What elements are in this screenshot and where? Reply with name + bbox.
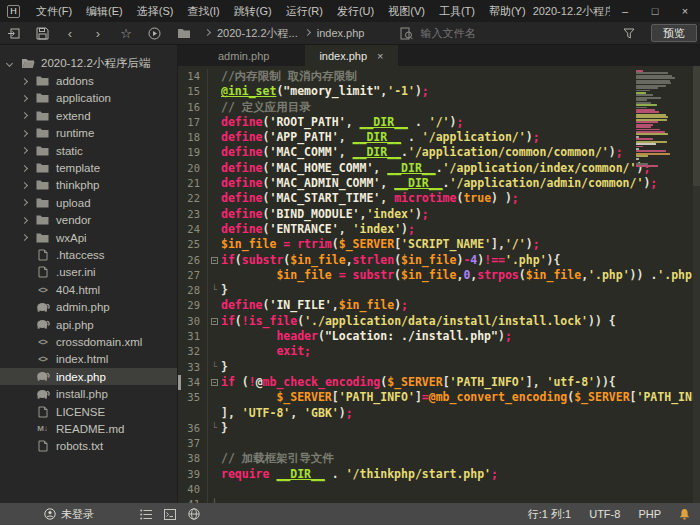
code-line[interactable]: ], 'UTF-8', 'GBK');	[178, 406, 700, 421]
tree-item-admin.php[interactable]: admin.php	[0, 298, 177, 315]
code-line[interactable]: 19define('MAC_COMM', __DIR__.'/applicati…	[178, 145, 700, 160]
tab-close-icon[interactable]: ×	[377, 50, 383, 62]
tree-item-addons[interactable]: addons	[0, 72, 177, 89]
tree-item-.user.ini[interactable]: .user.ini	[0, 264, 177, 281]
favorite-star-icon[interactable]: ☆	[112, 26, 140, 41]
filename-search-input[interactable]	[420, 27, 580, 39]
code-line[interactable]: 35 $_SERVER['PATH_INFO']=@mb_convert_enc…	[178, 390, 700, 405]
login-status[interactable]: 未登录	[44, 507, 94, 522]
code-line[interactable]: 20define('MAC_HOME_COMM', __DIR__.'/appl…	[178, 161, 700, 176]
scrollbar-thumb[interactable]	[693, 66, 700, 186]
fold-collapse-icon[interactable]	[208, 314, 221, 329]
code-line[interactable]: 41└	[178, 497, 700, 503]
tree-item-template[interactable]: template	[0, 159, 177, 176]
code-line[interactable]: 23define('BIND_MODULE','index');	[178, 207, 700, 222]
new-file-icon[interactable]	[0, 27, 28, 40]
code-line[interactable]: 22define('MAC_START_TIME', microtime(tru…	[178, 191, 700, 206]
tab-index-php[interactable]: index.php×	[305, 45, 397, 66]
chevron-right-icon[interactable]	[21, 199, 28, 206]
code-line[interactable]: 30if(!is_file('./application/data/instal…	[178, 314, 700, 329]
chevron-right-icon[interactable]	[21, 217, 28, 224]
menu-item[interactable]: 视图(V)	[381, 4, 432, 19]
tree-item-install.php[interactable]: install.php	[0, 385, 177, 402]
chevron-right-icon[interactable]	[21, 234, 28, 241]
filter-funnel-icon[interactable]	[615, 28, 643, 39]
fold-collapse-icon[interactable]	[208, 375, 221, 390]
menu-item[interactable]: 运行(R)	[279, 4, 330, 19]
back-icon[interactable]: ‹	[56, 26, 84, 41]
menu-item[interactable]: 查找(I)	[180, 4, 226, 19]
tree-item-extend[interactable]: extend	[0, 107, 177, 124]
breadcrumb-folder-icon[interactable]	[170, 28, 198, 39]
tree-item-upload[interactable]: upload	[0, 194, 177, 211]
chevron-down-icon[interactable]	[6, 60, 13, 67]
tree-item-static[interactable]: static	[0, 142, 177, 159]
code-line[interactable]: 27 $in_file = substr($in_file,0,strpos($…	[178, 268, 700, 283]
code-line[interactable]: 21define('MAC_ADMIN_COMM', __DIR__.'/app…	[178, 176, 700, 191]
tree-item-application[interactable]: application	[0, 90, 177, 107]
code-line[interactable]: 39require __DIR__ . '/thinkphp/start.php…	[178, 467, 700, 482]
menu-item[interactable]: 帮助(Y)	[482, 4, 533, 19]
tree-item-license[interactable]: LICENSE	[0, 403, 177, 420]
tree-item-index.html[interactable]: <>index.html	[0, 351, 177, 368]
language-mode[interactable]: PHP	[638, 508, 661, 520]
code-line[interactable]: 14//内存限制 取消内存限制	[178, 69, 700, 84]
breadcrumb-file[interactable]: index.php	[317, 27, 365, 39]
maximize-button[interactable]: □	[640, 5, 670, 17]
tree-item-readme.md[interactable]: M↓README.md	[0, 420, 177, 437]
code-line[interactable]: 18define('APP_PATH', __DIR__ . '/applica…	[178, 130, 700, 145]
editor-scrollbar[interactable]	[693, 66, 700, 503]
code-line[interactable]: 31 header("Location: ./install.php");	[178, 329, 700, 344]
notification-bell-icon[interactable]	[679, 508, 690, 521]
code-line[interactable]: 37	[178, 436, 700, 451]
code-editor[interactable]: 14//内存限制 取消内存限制15@ini_set("memory_limit"…	[178, 66, 700, 503]
code-line[interactable]: 29define('IN_FILE',$in_file);	[178, 298, 700, 313]
menu-item[interactable]: 工具(T)	[432, 4, 482, 19]
code-line[interactable]: 17define('ROOT_PATH', __DIR__ . '/');	[178, 115, 700, 130]
tree-item-crossdomain.xml[interactable]: <>crossdomain.xml	[0, 333, 177, 350]
tree-item-.htaccess[interactable]: .htaccess	[0, 246, 177, 263]
save-icon[interactable]	[28, 27, 56, 40]
code-line[interactable]: 26if(substr($in_file,strlen($in_file)-4)…	[178, 253, 700, 268]
fold-collapse-icon[interactable]	[208, 253, 221, 268]
code-line[interactable]: 24define('ENTRANCE', 'index');	[178, 222, 700, 237]
code-line[interactable]: 25$in_file = rtrim($_SERVER['SCRIPT_NAME…	[178, 237, 700, 252]
chevron-right-icon[interactable]	[21, 95, 28, 102]
encoding-indicator[interactable]: UTF-8	[589, 508, 620, 520]
chevron-right-icon[interactable]	[21, 147, 28, 154]
forward-icon[interactable]: ›	[84, 26, 112, 41]
code-line[interactable]: 40	[178, 482, 700, 497]
terminal-icon[interactable]	[164, 509, 176, 520]
code-line[interactable]: 32 exit;	[178, 344, 700, 359]
preview-button[interactable]: 预览	[651, 24, 697, 42]
code-line[interactable]: 38// 加载框架引导文件	[178, 451, 700, 466]
tree-item-runtime[interactable]: runtime	[0, 125, 177, 142]
menu-item[interactable]: 文件(F)	[29, 4, 79, 19]
run-icon[interactable]	[140, 27, 168, 40]
code-line[interactable]: 33└}	[178, 360, 700, 375]
outline-icon[interactable]	[140, 509, 152, 520]
tree-item-2020-12.2-[interactable]: 2020-12.2小程序后端	[0, 55, 177, 72]
tree-item-thinkphp[interactable]: thinkphp	[0, 177, 177, 194]
code-line[interactable]: 15@ini_set("memory_limit",'-1');	[178, 84, 700, 99]
chevron-right-icon[interactable]	[21, 130, 28, 137]
code-line[interactable]: 34if (!@mb_check_encoding($_SERVER['PATH…	[178, 375, 700, 390]
tree-item-robots.txt[interactable]: robots.txt	[0, 438, 177, 455]
code-line[interactable]: 36└}	[178, 421, 700, 436]
close-button[interactable]: ×	[670, 5, 700, 17]
tab-admin-php[interactable]: admin.php	[204, 45, 283, 66]
minimap[interactable]	[636, 70, 691, 170]
tree-item-api.php[interactable]: api.php	[0, 316, 177, 333]
chevron-right-icon[interactable]	[21, 182, 28, 189]
menu-item[interactable]: 跳转(G)	[227, 4, 279, 19]
chevron-right-icon[interactable]	[21, 112, 28, 119]
web-globe-icon[interactable]	[188, 508, 200, 520]
tree-item-vendor[interactable]: vendor	[0, 212, 177, 229]
menu-item[interactable]: 选择(S)	[130, 4, 181, 19]
chevron-right-icon[interactable]	[21, 164, 28, 171]
breadcrumb-project[interactable]: 2020-12.2小程...	[217, 26, 298, 41]
cursor-position[interactable]: 行:1 列:1	[528, 507, 571, 522]
code-line[interactable]: 16// 定义应用目录	[178, 100, 700, 115]
chevron-right-icon[interactable]	[21, 78, 28, 85]
tree-item-wxapi[interactable]: wxApi	[0, 229, 177, 246]
